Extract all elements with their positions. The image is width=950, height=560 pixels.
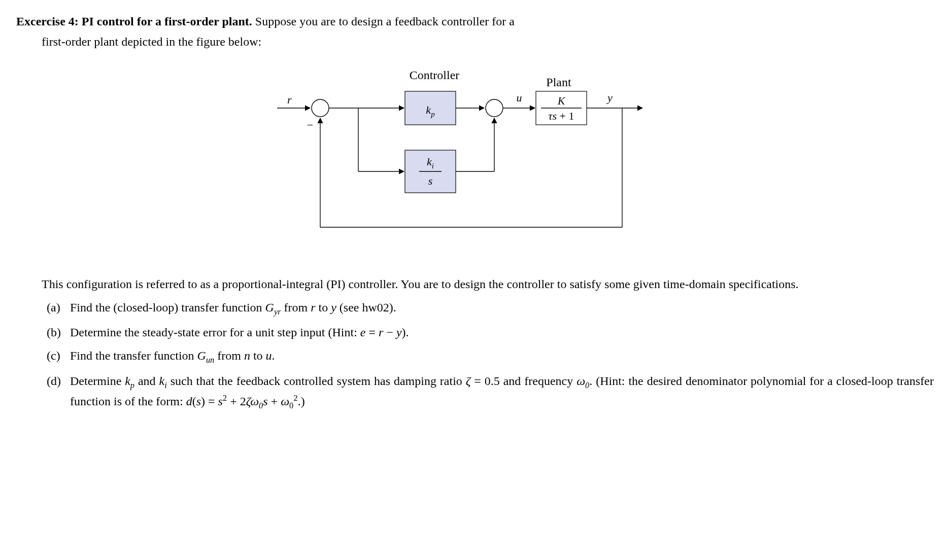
- question-c: (c) Find the transfer function Gun from …: [47, 346, 934, 366]
- label-c: (c): [47, 346, 70, 365]
- text-a: Find the (closed-loop) transfer function…: [70, 298, 934, 318]
- signal-u: u: [517, 91, 522, 104]
- block-diagram-svg: Controller Plant r kp u K τs + 1 y k: [267, 65, 683, 253]
- text-d: Determine kp and ki such that the feedba…: [70, 372, 934, 412]
- question-b: (b) Determine the steady-state error for…: [47, 323, 934, 341]
- plant-K: K: [557, 94, 566, 107]
- minus-sign: −: [307, 119, 313, 131]
- question-d: (d) Determine kp and ki such that the fe…: [47, 372, 934, 412]
- exercise-intro-line2: first-order plant depicted in the figure…: [42, 32, 934, 51]
- plant-denom: τs + 1: [549, 110, 574, 122]
- plant-label: Plant: [546, 76, 571, 89]
- question-list: (a) Find the (closed-loop) transfer func…: [47, 298, 934, 412]
- signal-y: y: [606, 91, 613, 104]
- block-diagram: Controller Plant r kp u K τs + 1 y k: [16, 65, 934, 253]
- controller-label: Controller: [410, 68, 460, 82]
- body-paragraph: This configuration is referred to as a p…: [42, 275, 924, 293]
- signal-r: r: [287, 93, 292, 106]
- label-b: (b): [47, 323, 70, 341]
- label-a: (a): [47, 298, 70, 317]
- text-c: Find the transfer function Gun from n to…: [70, 346, 934, 366]
- question-a: (a) Find the (closed-loop) transfer func…: [47, 298, 934, 318]
- summing-junction-1: [312, 99, 329, 117]
- label-d: (d): [47, 372, 70, 390]
- ki-s: s: [428, 174, 433, 187]
- text-b: Determine the steady-state error for a u…: [70, 323, 934, 341]
- summing-junction-2: [486, 99, 503, 117]
- exercise-header: Excercise 4: PI control for a first-orde…: [16, 12, 934, 30]
- exercise-intro-line1: Suppose you are to design a feedback con…: [252, 15, 515, 28]
- exercise-title: Excercise 4: PI control for a first-orde…: [16, 15, 252, 28]
